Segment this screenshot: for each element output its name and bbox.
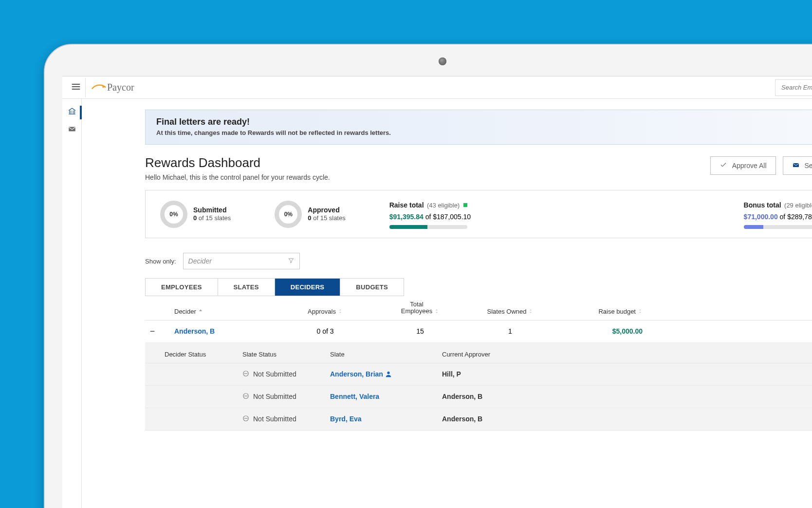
mail-icon <box>68 125 76 135</box>
tab-employees[interactable]: EMPLOYEES <box>146 279 218 296</box>
send-rewards-label: Send Re <box>805 162 812 169</box>
bonus-of: of $289,788.76 <box>780 213 812 221</box>
col-decider[interactable]: Decider <box>174 308 272 315</box>
summary-strip: 0% Submitted 0 of 15 slates 0% Approved … <box>145 190 812 238</box>
nested-col-current-approver: Current Approver <box>442 351 812 358</box>
col-slates-owned[interactable]: Slates Owned <box>461 308 559 315</box>
search-input[interactable] <box>781 84 812 91</box>
not-submitted-icon <box>242 370 249 378</box>
not-submitted-icon <box>242 415 249 423</box>
raise-total-block: Raise total (43 eligible) $91,395.84 of … <box>389 199 471 229</box>
table-header-row: Decider Approvals TotalEmployees Sl <box>145 296 812 320</box>
tablet-camera <box>439 57 446 65</box>
approved-count: 0 of 15 slates <box>308 214 345 223</box>
notice-banner: Final letters are ready! At this time, c… <box>145 110 812 145</box>
hamburger-icon <box>71 82 81 94</box>
cell-current-approver: Hill, P <box>442 370 812 378</box>
person-icon <box>383 370 392 378</box>
cell-slate: Bennett, Valera <box>330 393 442 400</box>
slate-link[interactable]: Byrd, Eva <box>330 415 362 423</box>
nested-row: Not SubmittedAnderson, BrianHill, P <box>145 363 812 386</box>
brand-name: Paycor <box>107 82 134 93</box>
tablet-frame: Paycor <box>44 44 812 508</box>
bonus-total-block: Bonus total (29 eligible) $71,000.00 of … <box>744 199 812 229</box>
cell-slate-status: Not Submitted <box>242 370 330 378</box>
col-approvals[interactable]: Approvals <box>272 308 379 315</box>
sort-asc-icon <box>198 308 203 315</box>
main-content: Final letters are ready! At this time, c… <box>82 99 812 508</box>
cell-slate: Anderson, Brian <box>330 370 442 378</box>
sidebar-item-bank[interactable] <box>62 104 82 121</box>
page-greeting: Hello Michael, this is the control panel… <box>145 173 710 181</box>
bank-icon <box>68 107 76 118</box>
raise-eligible: (43 eligible) <box>427 202 460 209</box>
page-title: Rewards Dashboard <box>145 155 710 170</box>
submitted-block: 0% Submitted 0 of 15 slates <box>160 201 231 228</box>
cell-current-approver: Anderson, B <box>442 415 812 423</box>
bonus-progress-bar <box>744 225 812 229</box>
col-raise-budget[interactable]: Raise budget <box>559 308 646 315</box>
banner-title: Final letters are ready! <box>156 117 812 127</box>
tab-slates[interactable]: SLATES <box>218 279 275 296</box>
filter-icon <box>288 257 295 265</box>
brand-logo: Paycor <box>92 78 134 97</box>
nested-header-row: Decider Status Slate Status Slate Curren… <box>145 346 812 363</box>
sidebar-item-mail[interactable] <box>62 121 82 139</box>
cell-current-approver: Anderson, B <box>442 393 812 400</box>
topbar: Paycor <box>62 76 812 99</box>
nested-col-slate: Slate <box>330 351 442 358</box>
svg-rect-1 <box>793 163 799 167</box>
submitted-ring: 0% <box>160 201 187 228</box>
cell-approvals: 0 of 3 <box>272 327 379 335</box>
slate-link[interactable]: Bennett, Valera <box>330 393 379 400</box>
sort-icon <box>338 308 343 315</box>
search-box[interactable] <box>775 79 812 96</box>
raise-progress-bar <box>389 225 467 229</box>
sort-icon <box>638 308 643 315</box>
slate-link[interactable]: Anderson, Brian <box>330 370 383 378</box>
nested-table: Decider Status Slate Status Slate Curren… <box>145 343 812 431</box>
tab-budgets[interactable]: BUDGETS <box>340 279 404 296</box>
decider-filter-select[interactable]: Decider <box>183 253 300 269</box>
bonus-total-title: Bonus total <box>744 201 781 209</box>
mail-icon <box>792 161 800 170</box>
svg-rect-0 <box>69 127 75 132</box>
bonus-progress-fill <box>744 225 763 229</box>
cell-slate-status: Not Submitted <box>242 415 330 423</box>
nested-col-decider-status: Decider Status <box>165 351 242 358</box>
approved-label: Approved <box>308 206 345 214</box>
approved-ring: 0% <box>275 201 302 228</box>
cell-total-employees: 15 <box>379 327 461 335</box>
raise-total-title: Raise total <box>389 201 424 209</box>
bonus-current: $71,000.00 <box>744 213 778 221</box>
sort-icon <box>434 308 439 315</box>
app-screen: Paycor <box>62 76 812 508</box>
raise-current: $91,395.84 <box>389 213 424 221</box>
cell-slate: Byrd, Eva <box>330 415 442 423</box>
tab-deciders[interactable]: DECIDERS <box>275 279 341 296</box>
cell-slates-owned: 1 <box>461 327 559 335</box>
submitted-label: Submitted <box>193 206 231 214</box>
send-rewards-button[interactable]: Send Re <box>783 156 812 175</box>
submitted-count: 0 of 15 slates <box>193 214 231 223</box>
cell-slate-status: Not Submitted <box>242 393 330 401</box>
raise-progress-fill <box>389 225 427 229</box>
filter-value: Decider <box>188 257 212 265</box>
raise-of: of $187,005.10 <box>425 213 471 221</box>
collapse-toggle[interactable]: − <box>145 326 160 337</box>
bonus-eligible: (29 eligible) <box>784 202 812 209</box>
banner-subtitle: At this time, changes made to Rewards wi… <box>156 129 812 136</box>
logo-swoosh-icon <box>92 83 107 92</box>
left-rail <box>62 99 82 508</box>
sort-icon <box>528 308 533 315</box>
nested-row: Not SubmittedBennett, ValeraAnderson, B <box>145 386 812 408</box>
data-tabs: EMPLOYEES SLATES DECIDERS BUDGETS <box>145 278 404 296</box>
svg-point-4 <box>387 372 389 374</box>
col-total-employees[interactable]: TotalEmployees <box>379 301 461 315</box>
nested-row: Not SubmittedByrd, EvaAnderson, B <box>145 408 812 431</box>
approve-all-button[interactable]: Approve All <box>710 156 776 175</box>
decider-link[interactable]: Anderson, B <box>174 327 215 335</box>
check-icon <box>720 161 727 170</box>
square-indicator-icon <box>463 203 467 207</box>
menu-button[interactable] <box>66 78 86 97</box>
